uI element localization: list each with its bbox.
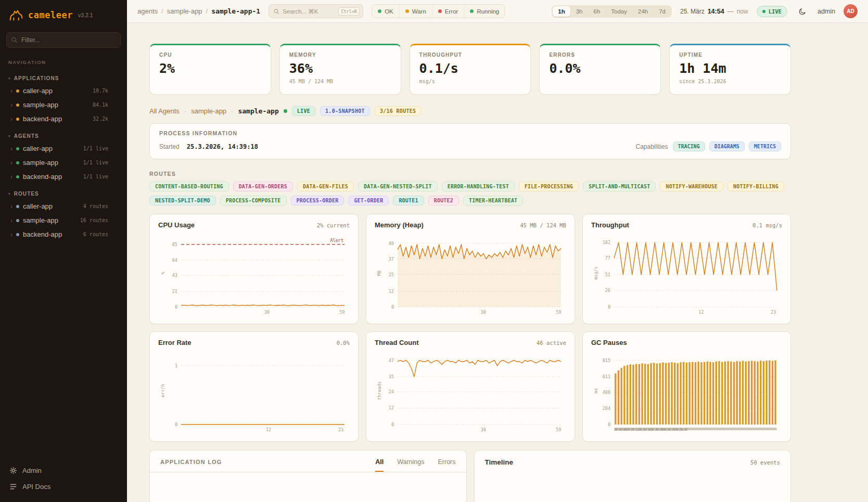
svg-text:0: 0 — [608, 422, 610, 427]
time-range-button[interactable]: 24h — [633, 6, 653, 17]
log-tab[interactable]: All — [375, 458, 384, 472]
svg-text:47: 47 — [389, 358, 394, 363]
chart-plot[interactable]: 0214364853059%Alert — [158, 233, 350, 315]
route-pill[interactable]: ROUTE2 — [428, 196, 459, 205]
section-agents[interactable]: ▾ AGENTS — [0, 126, 127, 141]
svg-text:23: 23 — [771, 310, 776, 315]
status-dot — [438, 9, 442, 13]
sidebar-item-api-docs[interactable]: API Docs — [0, 479, 127, 495]
breadcrumb-current: sample-app-1 — [211, 7, 260, 15]
time-range-button[interactable]: 7d — [654, 6, 671, 17]
route-pill[interactable]: NOTIFY-BILLING — [727, 182, 784, 191]
time-range-button[interactable]: 3h — [571, 6, 588, 17]
stat-card[interactable]: MEMORY 36% 45 MB / 124 MB — [279, 44, 401, 95]
stat-card[interactable]: ERRORS 0.0% — [539, 44, 661, 95]
dark-mode-toggle[interactable] — [796, 5, 809, 18]
chart-plot[interactable]: 0122537493059MB — [375, 233, 566, 315]
chart-title: Throughput — [591, 221, 629, 229]
chart-card: Error Rate 0.0% 011223err/h — [149, 331, 359, 442]
sidebar-item-application[interactable]: › caller-app 10.7k — [0, 84, 127, 98]
route-pill[interactable]: CONTENT-BASED-ROUTING — [149, 182, 229, 191]
live-toggle[interactable]: LIVE — [757, 6, 787, 17]
svg-text:0: 0 — [608, 304, 610, 310]
svg-text:0: 0 — [175, 422, 177, 427]
process-information-panel: PROCESS INFORMATION Started 25.3.2026, 1… — [149, 123, 791, 159]
date-range[interactable]: 25. März 14:54 — now — [680, 8, 748, 15]
stat-card[interactable]: THROUGHPUT 0.1/s msg/s — [410, 44, 531, 95]
search-input[interactable] — [283, 8, 335, 15]
route-pill[interactable]: GET-ORDER — [348, 196, 389, 205]
sidebar-item-application[interactable]: › backend-app 32.2k — [0, 112, 127, 126]
svg-text:0: 0 — [391, 422, 394, 427]
status-filter-chip[interactable]: OK — [372, 5, 400, 18]
route-pill[interactable]: DATA-GEN-ORDERS — [233, 182, 293, 191]
svg-text:12: 12 — [698, 310, 704, 315]
user-name: admin — [818, 8, 835, 15]
chevron-right-icon: › — [10, 116, 12, 122]
range-end: now — [737, 8, 748, 15]
global-search[interactable]: Ctrl+K — [269, 4, 363, 18]
log-tab[interactable]: Warnings — [397, 458, 424, 472]
svg-text:49: 49 — [389, 241, 394, 246]
route-pills: CONTENT-BASED-ROUTING DATA-GEN-ORDERS DA… — [149, 182, 791, 205]
all-agents-link[interactable]: All Agents — [149, 107, 180, 115]
section-applications[interactable]: ▾ APPLICATIONS — [0, 68, 127, 84]
stat-sub: 45 MB / 124 MB — [289, 79, 391, 84]
chevron-right-icon: › — [10, 217, 12, 224]
route-pill[interactable]: ROUTE1 — [393, 196, 424, 205]
breadcrumb-agents[interactable]: agents — [137, 7, 158, 15]
started-label: Started — [159, 143, 180, 150]
svg-text:51: 51 — [605, 272, 610, 277]
app-logo[interactable]: cameleer v3.2.1 — [0, 0, 127, 28]
sidebar-item-admin[interactable]: Admin — [0, 462, 127, 479]
log-tab[interactable]: Errors — [438, 458, 455, 472]
sidebar-filter — [6, 32, 121, 48]
stat-card[interactable]: UPTIME 1h 14m since 25.3.2026 — [669, 44, 791, 95]
applications-list: › caller-app 10.7k › sample-app 84.1k › … — [0, 84, 127, 126]
route-pill[interactable]: FILE-PROCESSING — [519, 182, 579, 191]
route-pill[interactable]: PROCESS-ORDER — [291, 196, 344, 205]
status-filter-chip[interactable]: Warn — [400, 5, 432, 18]
svg-text:%: % — [160, 272, 165, 274]
route-pill[interactable]: ERROR-HANDLING-TEST — [442, 182, 515, 191]
svg-text:30: 30 — [264, 310, 270, 315]
breadcrumb-sample-app[interactable]: sample-app — [167, 7, 202, 15]
sample-app-link[interactable]: sample-app — [191, 107, 226, 115]
time-range-button[interactable]: Today — [606, 6, 632, 17]
sidebar-item-route[interactable]: › sample-app 16 routes — [0, 213, 127, 227]
agent-badge: LIVE — [292, 106, 315, 116]
route-pill[interactable]: NESTED-SPLIT-DEMO — [149, 196, 216, 205]
route-pill[interactable]: NOTIFY-WAREHOUSE — [660, 182, 723, 191]
chart-plot[interactable]: 0204408611815ms20:20:0820:20:1220:20:162… — [591, 351, 782, 433]
sidebar-item-application[interactable]: › sample-app 84.1k — [0, 98, 127, 112]
chart-title: Thread Count — [375, 339, 419, 346]
section-routes[interactable]: ▾ ROUTES — [0, 184, 127, 199]
time-range-selector: 1h 3h 6h Today 24h 7d — [552, 5, 672, 18]
capabilities-label: Capabilities — [635, 143, 668, 150]
svg-text:12: 12 — [389, 405, 394, 410]
status-filter-chip[interactable]: Error — [432, 5, 465, 18]
sidebar-item-agent[interactable]: › sample-app 1/1 live — [0, 156, 127, 170]
svg-text:30: 30 — [481, 427, 486, 432]
sidebar-item-agent[interactable]: › backend-app 1/1 live — [0, 170, 127, 184]
chart-plot[interactable]: 011223err/h — [158, 351, 350, 433]
time-range-button[interactable]: 6h — [589, 6, 606, 17]
status-filter-chip[interactable]: Running — [464, 5, 505, 18]
time-range-button[interactable]: 1h — [553, 6, 570, 17]
route-pill[interactable]: PROCESS-COMPOSITE — [220, 196, 287, 205]
chart-plot[interactable]: 0122435473059threads — [375, 351, 566, 433]
chart-plot[interactable]: 02651771021223msg/s — [591, 233, 782, 315]
avatar[interactable]: AD — [844, 4, 858, 18]
filter-input[interactable] — [6, 32, 121, 48]
route-pill[interactable]: DATA-GEN-NESTED-SPLIT — [358, 182, 438, 191]
stat-card[interactable]: CPU 2% — [149, 44, 271, 95]
status-dot — [16, 205, 19, 208]
route-pill[interactable]: DATA-GEN-FILES — [297, 182, 354, 191]
sidebar-item-route[interactable]: › caller-app 4 routes — [0, 199, 127, 213]
app-version: v3.2.1 — [78, 12, 93, 18]
route-pill[interactable]: TIMER-HEARTBEAT — [463, 196, 523, 205]
svg-text:408: 408 — [603, 390, 610, 395]
sidebar-item-route[interactable]: › backend-app 6 routes — [0, 227, 127, 241]
route-pill[interactable]: SPLIT-AND-MULTICAST — [583, 182, 656, 191]
sidebar-item-agent[interactable]: › caller-app 1/1 live — [0, 141, 127, 156]
